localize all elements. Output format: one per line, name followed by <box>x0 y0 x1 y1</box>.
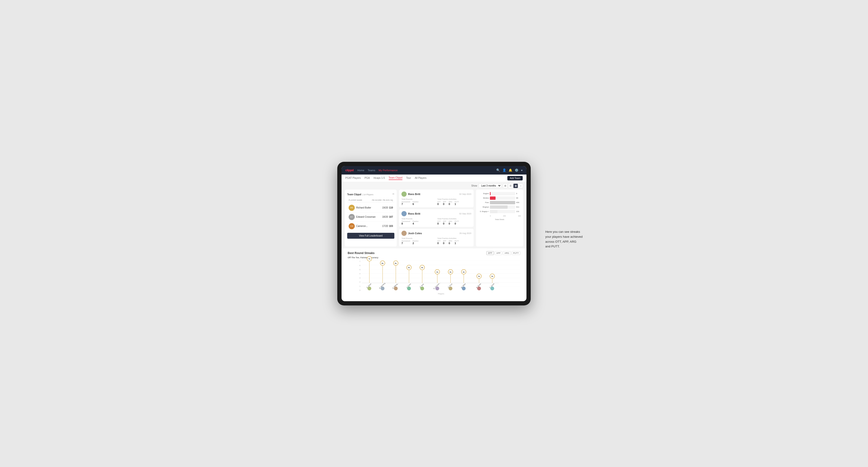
sub-nav: PGAT Players PGA Hcaps 1-5 Team Clippd T… <box>342 175 526 182</box>
bar-container-eagles <box>490 192 515 195</box>
nav-my-performance[interactable]: My Performance <box>379 169 398 172</box>
chart-x-title: Total Shots <box>478 218 521 220</box>
stat-group-practice-1: Total Practice Activities OTT 0 APP 0 <box>437 198 471 206</box>
y-axis: 7 6 5 4 3 2 1 0 <box>348 261 361 291</box>
svg-text:4x: 4x <box>450 271 452 273</box>
card-avatar-2 <box>401 211 407 216</box>
bar-label-bogeys: Bogeys <box>478 206 489 208</box>
svg-point-48 <box>368 286 371 290</box>
player-row[interactable]: EC 2 Edward Crossman 18/20 107 <box>347 213 394 222</box>
subnav-team-clippd[interactable]: Team Clippd <box>389 176 402 180</box>
player-info: RB 1 Richard Butler <box>349 205 381 211</box>
subnav-hcaps[interactable]: Hcaps 1-5 <box>374 177 385 180</box>
card-player-name-2: Rees Britt <box>408 212 420 215</box>
bar-fill-dbogeys <box>490 210 497 213</box>
search-icon[interactable]: 🔍 <box>496 168 500 172</box>
svg-point-55 <box>462 286 466 290</box>
player-info: CM 3 Cameron... <box>349 223 381 229</box>
svg-text:6x: 6x <box>395 262 397 264</box>
avatar-icon[interactable]: ● <box>521 168 523 172</box>
streak-chart-container: 7 6 5 4 3 2 1 0 <box>348 261 520 296</box>
filter-ott[interactable]: OTT <box>486 251 494 255</box>
settings-icon[interactable]: ⚙️ <box>515 168 519 172</box>
player-score-3: 17/20 <box>382 225 388 227</box>
player-row[interactable]: RB 1 Richard Butler 19/20 110 <box>347 203 394 213</box>
bar-chart: Eagles 3 Birdies 96 <box>478 192 521 220</box>
rank-badge-1: 1 <box>352 209 355 211</box>
bar-fill-birdies <box>490 196 496 200</box>
card-avatar-3 <box>401 231 407 236</box>
stat-app-1: APP 0 <box>443 201 446 206</box>
user-icon[interactable]: 👤 <box>502 168 506 172</box>
subnav-pga[interactable]: PGA <box>365 177 370 180</box>
player-name-1: Richard Butler <box>356 206 371 209</box>
stat-group-rounds-3: Total Rounds Tournament 7 Practice 2 <box>401 237 435 245</box>
bell-icon[interactable]: 🔔 <box>508 168 512 172</box>
filter-app[interactable]: APP <box>495 251 502 255</box>
streak-svg: 7x E. Ebert 6x B. McHerg <box>362 261 520 291</box>
add-team-button[interactable]: Add Team <box>507 176 523 181</box>
content-header: Show Last 3 months ⊞ ☰ ▦ ↕ <box>342 182 526 190</box>
list-view-btn[interactable]: ☰ <box>508 184 513 188</box>
bar-fill-eagles <box>490 192 491 195</box>
player-score-1: 19/20 <box>382 206 388 209</box>
subnav-tour[interactable]: Tour <box>406 177 411 180</box>
stat-practice-3: Practice 2 <box>412 240 418 245</box>
stat-tournament-3: Tournament 7 <box>401 240 410 245</box>
svg-point-51 <box>407 286 411 290</box>
bar-container-bogeys <box>490 206 515 209</box>
bar-container-pars <box>490 201 515 204</box>
bar-value-pars: 499 <box>516 201 521 204</box>
right-panel: Eagles 3 Birdies 96 <box>476 190 523 247</box>
svg-point-49 <box>381 286 384 290</box>
svg-point-50 <box>394 286 398 290</box>
stat-ott-1: OTT 0 <box>437 201 441 206</box>
player-info: EC 2 Edward Crossman <box>349 214 381 220</box>
stat-tournament-1: Tournament 7 <box>401 201 410 206</box>
svg-text:4x: 4x <box>436 271 438 273</box>
subnav-all-players[interactable]: All Players <box>415 177 427 180</box>
svg-text:4x: 4x <box>463 271 465 273</box>
player-row[interactable]: CM 3 Cameron... 17/20 103 <box>347 222 394 231</box>
th-avg: PB AVG SQ <box>382 199 393 201</box>
content-row: Team Clippd | 14 Players ✏ PLAYER NAME P… <box>342 190 526 248</box>
bar-value-dbogeys: 131 <box>516 210 521 213</box>
player-card-2: Rees Britt 02 Sep 2023 Total Rounds Tour… <box>399 209 474 227</box>
avatar-1: RB 1 <box>349 205 355 211</box>
bar-row-birdies: Birdies 96 <box>478 196 521 200</box>
stat-row-practice-1: OTT 0 APP 0 ARG 0 <box>437 201 471 206</box>
stat-group-practice-2: Total Practice Activities OTT 0 APP 0 <box>437 218 471 225</box>
bar-value-bogeys: 311 <box>516 206 521 208</box>
card-header-1: Rees Britt 02 Sep 2023 <box>401 191 471 197</box>
stat-group-rounds-1: Total Rounds Tournament 7 Practice 6 <box>401 198 435 206</box>
chart-subtitle: Off The Tee, Fairway Accuracy <box>348 256 520 259</box>
view-icons: ⊞ ☰ ▦ ↕ <box>503 184 523 188</box>
card-view-btn[interactable]: ▦ <box>513 184 518 188</box>
subnav-pgat[interactable]: PGAT Players <box>345 177 361 180</box>
player-name-3: Cameron... <box>356 225 368 227</box>
svg-point-53 <box>435 286 439 290</box>
table-view-btn[interactable]: ↕ <box>519 184 523 188</box>
edit-icon[interactable]: ✏ <box>393 193 394 195</box>
axis-200: 200 <box>503 215 506 217</box>
stat-title-rounds-1: Total Rounds <box>401 198 435 200</box>
card-name-3: Josh Coles <box>401 231 422 236</box>
show-select[interactable]: Last 3 months <box>478 184 501 188</box>
player-card-1: Rees Britt 02 Sep 2023 Total Rounds Tour… <box>399 190 474 207</box>
grid-view-btn[interactable]: ⊞ <box>503 184 507 188</box>
filter-putt[interactable]: PUTT <box>512 251 521 255</box>
svg-point-57 <box>490 286 494 290</box>
bar-label-pars: Pars <box>478 201 489 204</box>
player-card-3: Josh Coles 26 Aug 2023 Total Rounds Tour… <box>399 229 474 247</box>
card-stats-1: Total Rounds Tournament 7 Practice 6 <box>401 198 471 206</box>
nav-home[interactable]: Home <box>357 169 364 172</box>
view-leaderboard-button[interactable]: View Full Leaderboard <box>347 233 394 239</box>
card-header-3: Josh Coles 26 Aug 2023 <box>401 231 471 236</box>
filter-arg[interactable]: ARG <box>503 251 511 255</box>
stat-putt-1: PUTT 1 <box>455 201 459 206</box>
avatar-3: CM 3 <box>349 223 355 229</box>
axis-0: 0 <box>490 215 491 217</box>
bottom-section: Best Round Streaks OTT APP ARG PUTT Off … <box>345 248 523 299</box>
nav-teams[interactable]: Teams <box>368 169 375 172</box>
th-name: PLAYER NAME <box>349 199 371 201</box>
